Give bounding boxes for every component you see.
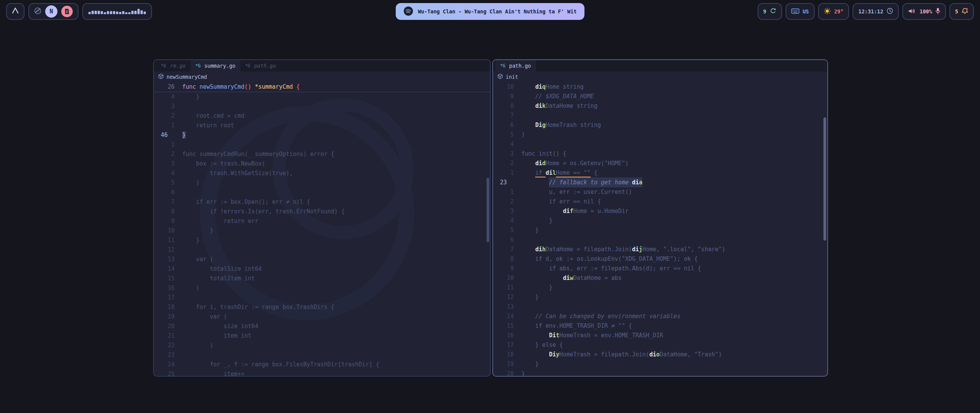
- clock-pill[interactable]: 12:31:12: [853, 3, 899, 20]
- visualizer-bar: [122, 11, 124, 14]
- code-line[interactable]: 5): [493, 130, 827, 140]
- code-line[interactable]: 12 }: [493, 293, 827, 302]
- code-line[interactable]: 5 }: [493, 226, 827, 235]
- now-playing-pill[interactable]: Wu-Tang Clan - Wu-Tang Clan Ain't Nuthin…: [396, 3, 585, 20]
- code-line[interactable]: 19 }: [493, 359, 827, 369]
- neovim-icon[interactable]: N: [45, 5, 57, 18]
- code-line[interactable]: 25 item++: [154, 369, 490, 377]
- code-line[interactable]: 12: [154, 245, 490, 255]
- visualizer-bar: [101, 11, 103, 14]
- document-icon[interactable]: [61, 6, 73, 17]
- line-number: 7: [493, 245, 514, 254]
- audio-pill[interactable]: 100%: [902, 3, 946, 20]
- code-line[interactable]: 1 u, err := user.Current(): [493, 187, 827, 197]
- code-line[interactable]: 2func summaryCmdRun(_ summaryOptions) er…: [154, 150, 490, 159]
- code-line[interactable]: 15 if env.HOME_TRASH_DIR ≠ "" {: [493, 321, 827, 331]
- code-line[interactable]: 16 DitHomeTrash = env.HOME_TRASH_DIR: [493, 331, 827, 340]
- tab-rm.go[interactable]: Grm.go: [156, 60, 191, 72]
- scrollbar-thumb[interactable]: [487, 178, 489, 242]
- code-line[interactable]: 11 }: [493, 283, 827, 293]
- tab-summary.go[interactable]: Gsummary.go: [191, 60, 240, 72]
- code-line[interactable]: 16 ): [154, 283, 490, 293]
- visualizer-bar: [104, 12, 106, 14]
- code-line[interactable]: 8 if d, ok := os.LookupEnv("XDG_DATA_HOM…: [493, 254, 827, 264]
- svg-text:G: G: [163, 63, 166, 68]
- code-line[interactable]: 9 if abs, err := filepath.Abs(d); err ==…: [493, 264, 827, 273]
- line-text: if abs, err := filepath.Abs(d); err == n…: [514, 264, 701, 273]
- code-line[interactable]: 13 var (: [154, 255, 490, 264]
- code-line[interactable]: 1 if dilHome == "" {: [493, 168, 827, 178]
- code-line[interactable]: 4 trash.WithGetSize(true),: [154, 169, 490, 178]
- line-text: [175, 102, 182, 111]
- audio-visualizer-pill[interactable]: [82, 3, 152, 20]
- code-line[interactable]: 1 return root: [154, 121, 490, 130]
- code-line[interactable]: 19 var (: [154, 312, 490, 322]
- code-line[interactable]: 3 box := trash.NewBox(: [154, 159, 490, 169]
- line-number: 5: [493, 226, 514, 235]
- launcher-button[interactable]: [6, 3, 24, 20]
- code-line[interactable]: 20 size int64: [154, 322, 490, 331]
- code-line[interactable]: 9 // $XDG_DATA_HOME: [493, 92, 827, 101]
- code-line[interactable]: 7 if err := box.Open(); err ≠ nil {: [154, 197, 490, 207]
- code-line[interactable]: 10 diqHome string: [493, 82, 827, 92]
- code-line[interactable]: 20}: [493, 369, 827, 377]
- line-text: }: [514, 293, 539, 302]
- code-line[interactable]: 2 root.cmd = cmd: [154, 111, 490, 121]
- code-line[interactable]: 14 // Can be changed by environment vari…: [493, 312, 827, 321]
- globe-icon[interactable]: [34, 7, 41, 16]
- code-line[interactable]: 3: [154, 102, 490, 111]
- code-line[interactable]: 1: [154, 140, 490, 150]
- tab-path.go[interactable]: Gpath.go: [240, 60, 281, 72]
- code-line[interactable]: 3func init() {: [493, 149, 827, 159]
- line-number: 25: [154, 369, 175, 377]
- code-line[interactable]: 8 if !errors.Is(err, trash.ErrNotFound) …: [154, 207, 490, 216]
- breadcrumb[interactable]: newSummaryCmd: [154, 72, 490, 82]
- updates-pill[interactable]: 9: [758, 3, 782, 20]
- code-line[interactable]: 7: [493, 111, 827, 120]
- code-line[interactable]: 21 item int: [154, 331, 490, 341]
- line-text: item int: [175, 331, 252, 341]
- breadcrumb-label: init: [506, 74, 518, 80]
- notifications-pill[interactable]: 5: [949, 3, 974, 20]
- code-line[interactable]: 15 totalItem int: [154, 274, 490, 283]
- code-line[interactable]: 6: [493, 235, 827, 245]
- breadcrumb[interactable]: init: [493, 72, 827, 82]
- weather-pill[interactable]: 29°: [818, 3, 849, 20]
- context-line[interactable]: 26func newSummaryCmd() *summaryCmd {: [154, 82, 490, 92]
- code-line[interactable]: 24 for _, f := range box.FilesByTrashDir…: [154, 360, 490, 369]
- code-line[interactable]: 23 // fallback to get home dia: [493, 178, 827, 187]
- line-number: 4: [154, 92, 175, 102]
- code-line[interactable]: 3 difHome = u.HomeDir: [493, 206, 827, 216]
- code-line[interactable]: 7 dihDataHome = filepath.Join(dijHome, "…: [493, 245, 827, 254]
- code-line[interactable]: 9 return err: [154, 216, 490, 226]
- code-line[interactable]: 18 for i, trashDir := range box.TrashDir…: [154, 302, 490, 312]
- code-line[interactable]: 10 diwDataHome = abs: [493, 273, 827, 283]
- keyboard-layout-pill[interactable]: US: [786, 3, 815, 20]
- code-line[interactable]: 6 DigHomeTrash string: [493, 120, 827, 130]
- code-line[interactable]: 23: [154, 350, 490, 360]
- code-line[interactable]: 14 totalSize int64: [154, 264, 490, 274]
- code-line[interactable]: 10 }: [154, 226, 490, 236]
- code-line[interactable]: 4 }: [493, 216, 827, 226]
- code-line[interactable]: 6: [154, 188, 490, 197]
- code-line[interactable]: 17: [154, 293, 490, 302]
- tab-path.go[interactable]: Gpath.go: [495, 60, 536, 72]
- scrollbar-thumb[interactable]: [823, 117, 826, 241]
- line-text: }: [514, 369, 525, 377]
- code-line[interactable]: 11 }: [154, 236, 490, 245]
- line-text: var (: [175, 312, 227, 322]
- code-line[interactable]: 46}: [154, 130, 490, 140]
- code-line[interactable]: 4: [493, 140, 827, 149]
- code-line[interactable]: 8 dikDataHome string: [493, 101, 827, 111]
- code-line[interactable]: 2 didHome = os.Getenv("HOME"): [493, 159, 827, 168]
- code-line[interactable]: 5 ): [154, 178, 490, 188]
- code-line[interactable]: 17 } else {: [493, 340, 827, 350]
- code-line[interactable]: 18 DiyHomeTrash = filepath.Join(dioDataH…: [493, 350, 827, 359]
- line-text: if d, ok := os.LookupEnv("XDG_DATA_HOME"…: [514, 254, 698, 264]
- code-line[interactable]: 22 ): [154, 341, 490, 350]
- workspaces-pill[interactable]: N: [28, 3, 78, 20]
- code-line[interactable]: 4 }: [154, 92, 490, 102]
- visualizer-bar: [137, 9, 140, 14]
- code-line[interactable]: 2 if err == nil {: [493, 197, 827, 206]
- code-line[interactable]: 13: [493, 302, 827, 312]
